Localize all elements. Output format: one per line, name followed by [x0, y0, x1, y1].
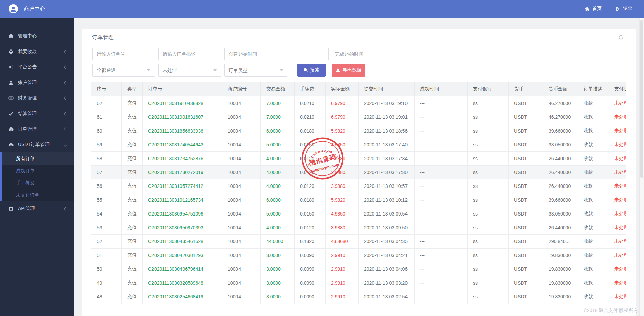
sidebar-item-管理中心[interactable]: 管理中心 — [0, 28, 74, 44]
api-bank-icon — [8, 206, 14, 211]
cell-货币金额: 46.270000 — [543, 96, 578, 110]
cell-支付状态: 未处理 — [609, 124, 627, 138]
cell-货币金额: 26.440000 — [543, 179, 578, 193]
cell-商户编号: 10004 — [222, 179, 261, 193]
cell-手续费: 0.0120 — [295, 179, 326, 193]
cell-订单描述: 收款 — [578, 221, 609, 235]
cell-提交时间: 2020-11-13 03:17:34 — [359, 152, 415, 166]
sidebar-item-label: 财务管理 — [18, 95, 37, 101]
cell-商户编号: 10004 — [222, 221, 261, 235]
cell-支付状态: 未处理 — [609, 290, 627, 304]
channel-select[interactable]: 全部通道 — [92, 64, 155, 77]
order-desc-input[interactable] — [158, 48, 221, 60]
cell-序号: 61 — [91, 110, 122, 124]
cell-实际金额: 2.9910 — [326, 276, 359, 290]
cell-货币金额: 33.050000 — [543, 138, 578, 152]
table-row: 61充值C20201113031901631607100047.00000.02… — [91, 110, 627, 124]
table-row: 58充值C20201113031734752876100044.00000.01… — [91, 152, 627, 166]
table-row: 60充值C20201113031856633936100046.00000.01… — [91, 124, 627, 138]
cell-支付状态: 未处理 — [609, 276, 627, 290]
order-type-select-value: 订单类型 — [229, 67, 248, 73]
column-header-支付银行: 支付银行 — [468, 82, 509, 96]
cell-手续费: 0.0120 — [295, 221, 326, 235]
collect-money-icon — [8, 49, 14, 54]
sidebar-item-label: API管理 — [18, 206, 35, 212]
export-data-button[interactable]: 导出数据 — [332, 64, 365, 77]
order-type-select[interactable]: 订单类型 — [224, 64, 287, 77]
cell-货币: USDT — [509, 207, 543, 221]
sidebar-item-USDT订单管理[interactable]: USDT订单管理 — [0, 137, 74, 152]
cell-类型: 充值 — [122, 193, 143, 207]
logout-link[interactable]: 退出 — [615, 6, 633, 12]
column-header-序号: 序号 — [91, 82, 122, 96]
sidebar-item-label: USDT订单管理 — [18, 142, 50, 148]
sidebar-subitem-手工补发[interactable]: 手工补发 — [2, 177, 74, 189]
cell-支付银行: ss — [468, 166, 509, 179]
column-header-商户编号: 商户编号 — [222, 82, 261, 96]
sidebar-item-API管理[interactable]: API管理 — [0, 201, 74, 217]
sidebar-item-结算管理[interactable]: 结算管理 — [0, 106, 74, 121]
cell-序号: 53 — [91, 221, 122, 235]
column-header-类型: 类型 — [122, 82, 143, 96]
page-title: 订单管理 — [92, 34, 114, 41]
sidebar-item-账户管理[interactable]: 账户管理 — [0, 75, 74, 90]
cell-订单号: C20201113030254668419 — [143, 290, 222, 304]
cell-交易金额: 4.0000 — [261, 179, 295, 193]
create-time-input[interactable] — [224, 48, 329, 60]
column-header-货币: 货币 — [509, 82, 543, 96]
cell-支付状态: 未处理 — [609, 110, 627, 124]
sidebar-subitem-成功订单[interactable]: 成功订单 — [2, 165, 74, 177]
cell-成功时间: --- — [415, 179, 468, 193]
cell-订单描述: 收款 — [578, 262, 609, 276]
cell-交易金额: 7.0000 — [261, 110, 295, 124]
export-icon — [336, 68, 340, 73]
sidebar-item-订单管理[interactable]: 订单管理 — [0, 121, 74, 137]
chevron-down-icon — [64, 143, 67, 146]
sidebar-item-label: 平台公告 — [18, 64, 37, 70]
home-link[interactable]: 首页 — [585, 6, 602, 12]
home-icon — [8, 33, 14, 39]
cell-订单号: C20201113031012165734 — [143, 193, 222, 207]
search-button[interactable]: 搜索 — [297, 64, 326, 77]
sidebar-item-财务管理[interactable]: 财务管理 — [0, 90, 74, 106]
cell-提交时间: 2020-11-13 03:17:40 — [359, 138, 415, 152]
chevron-down-icon — [280, 69, 283, 71]
cell-订单描述: 收款 — [578, 207, 609, 221]
cell-提交时间: 2020-11-13 03:03:20 — [359, 276, 415, 290]
cell-手续费: 0.0150 — [295, 207, 326, 221]
page-scrollbar — [639, 18, 644, 316]
cell-交易金额: 3.0000 — [261, 249, 295, 262]
table-body: 62充值C20201113031910438828100047.00000.02… — [91, 96, 627, 304]
cell-订单号: C20201113030954751096 — [143, 207, 222, 221]
cell-提交时间: 2020-11-13 03:04:21 — [359, 249, 415, 262]
cell-订单号: C20201113030950970393 — [143, 221, 222, 235]
cell-订单号: C20201113030435461528 — [143, 235, 222, 249]
sidebar-item-平台公告[interactable]: 平台公告 — [0, 59, 74, 75]
refresh-icon[interactable] — [618, 34, 624, 40]
cell-订单描述: 收款 — [578, 166, 609, 179]
cell-手续费: 0.0180 — [295, 193, 326, 207]
cell-序号: 56 — [91, 179, 122, 193]
cell-货币: USDT — [509, 193, 543, 207]
sidebar-item-我要收款[interactable]: 我要收款 — [0, 44, 74, 59]
cell-手续费: 0.0090 — [295, 276, 326, 290]
cell-支付状态: 未处理 — [609, 179, 627, 193]
cell-订单号: C20201113031730272019 — [143, 166, 222, 179]
cell-成功时间: --- — [415, 235, 468, 249]
sidebar-subitem-未支付订单[interactable]: 未支付订单 — [2, 189, 74, 201]
cell-订单描述: 收款 — [578, 110, 609, 124]
cell-货币金额: 46.270000 — [543, 110, 578, 124]
scrollbar-thumb[interactable] — [640, 20, 643, 178]
cell-手续费: 0.0120 — [295, 152, 326, 166]
finish-time-input[interactable] — [331, 48, 431, 60]
cell-商户编号: 10004 — [222, 276, 261, 290]
cell-支付状态: 未处理 — [609, 207, 627, 221]
cell-提交时间: 2020-11-13 03:09:54 — [359, 207, 415, 221]
cell-货币金额: 26.440000 — [543, 221, 578, 235]
cell-手续费: 0.0090 — [295, 290, 326, 304]
cell-货币金额: 33.050000 — [543, 207, 578, 221]
order-no-input[interactable] — [92, 48, 155, 60]
cell-货币: USDT — [509, 179, 543, 193]
handle-status-select[interactable]: 未处理 — [158, 64, 221, 77]
sidebar-subitem-所有订单[interactable]: 所有订单 — [2, 152, 74, 165]
